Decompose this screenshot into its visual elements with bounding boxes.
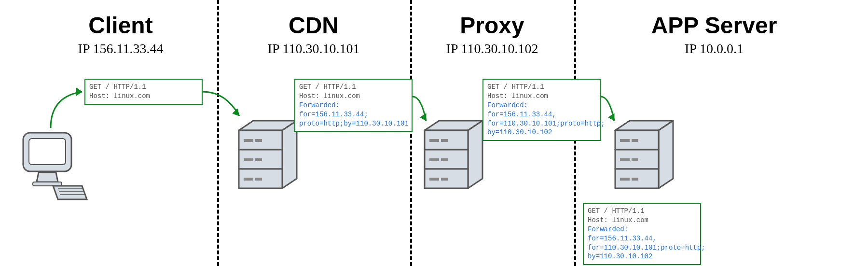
svg-rect-30 xyxy=(632,158,638,161)
svg-marker-35 xyxy=(420,113,426,121)
svg-rect-14 xyxy=(255,178,262,181)
req-forwarded: Forwarded: for=156.11.33.44, xyxy=(487,101,596,119)
svg-rect-22 xyxy=(429,178,439,181)
proxy-ip: IP 110.30.10.102 xyxy=(396,41,589,56)
req-forwarded: Forwarded: for=156.11.33.44; xyxy=(299,101,408,119)
svg-rect-1 xyxy=(29,139,66,165)
app-server-icon xyxy=(610,111,678,193)
svg-rect-29 xyxy=(620,158,630,161)
svg-marker-36 xyxy=(608,113,614,121)
proxy-request-box: GET / HTTP/1.1 Host: linux.com Forwarded… xyxy=(482,79,601,141)
client-ip: IP 156.11.33.44 xyxy=(24,41,217,56)
proxy-title: Proxy xyxy=(396,12,589,39)
arrow-box-to-cdn xyxy=(202,89,245,128)
svg-rect-10 xyxy=(255,139,262,142)
req-line: GET / HTTP/1.1 xyxy=(299,83,408,92)
req-line: GET / HTTP/1.1 xyxy=(487,83,596,92)
req-forwarded: by=110.30.10.102 xyxy=(588,252,696,261)
computer-icon xyxy=(10,128,92,210)
svg-rect-31 xyxy=(620,178,630,181)
arrow-client-to-box xyxy=(48,82,92,130)
svg-rect-13 xyxy=(244,178,253,181)
req-line: Host: linux.com xyxy=(89,92,198,101)
svg-rect-9 xyxy=(244,139,253,142)
divider-2 xyxy=(410,0,412,266)
app-received-box: GET / HTTP/1.1 Host: linux.com Forwarded… xyxy=(583,203,701,265)
req-forwarded: by=110.30.10.102 xyxy=(487,128,596,137)
req-forwarded: for=110.30.10.101;proto=http; xyxy=(487,119,596,128)
svg-marker-33 xyxy=(76,88,82,96)
svg-rect-12 xyxy=(255,158,262,161)
cdn-ip: IP 110.30.10.101 xyxy=(217,41,410,56)
arrow-proxy-to-app xyxy=(600,94,619,133)
req-forwarded: for=110.30.10.101;proto=http; xyxy=(588,243,696,252)
svg-rect-19 xyxy=(441,139,448,142)
svg-rect-32 xyxy=(632,178,638,181)
svg-rect-23 xyxy=(441,178,448,181)
svg-rect-28 xyxy=(632,139,638,142)
divider-1 xyxy=(217,0,219,266)
req-line: Host: linux.com xyxy=(487,92,596,101)
app-title: APP Server xyxy=(579,12,849,39)
arrow-cdn-to-proxy xyxy=(412,94,431,133)
client-title: Client xyxy=(24,12,217,39)
svg-rect-20 xyxy=(429,158,439,161)
req-line: Host: linux.com xyxy=(588,216,696,225)
cdn-request-box: GET / HTTP/1.1 Host: linux.com Forwarded… xyxy=(294,79,413,132)
svg-rect-21 xyxy=(441,158,448,161)
svg-rect-27 xyxy=(620,139,630,142)
req-forwarded: Forwarded: for=156.11.33.44, xyxy=(588,225,696,243)
req-forwarded: proto=http;by=110.30.10.101 xyxy=(299,119,408,128)
app-ip: IP 10.0.0.1 xyxy=(579,41,849,56)
client-request-box: GET / HTTP/1.1 Host: linux.com xyxy=(84,79,203,105)
svg-rect-18 xyxy=(429,139,439,142)
svg-rect-11 xyxy=(244,158,253,161)
req-line: GET / HTTP/1.1 xyxy=(89,83,198,92)
cdn-title: CDN xyxy=(217,12,410,39)
req-line: Host: linux.com xyxy=(299,92,408,101)
req-line: GET / HTTP/1.1 xyxy=(588,207,696,216)
